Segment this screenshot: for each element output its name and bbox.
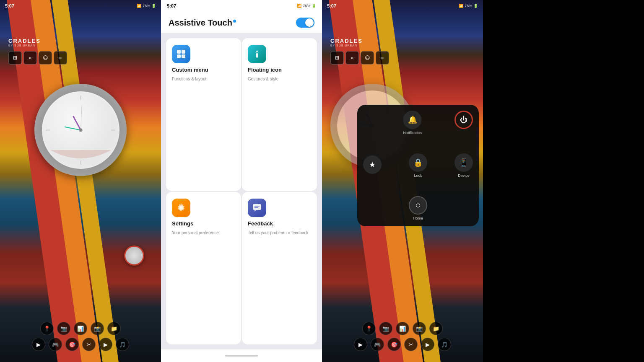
right-brand-name: CRADLES BY SUB URBAN	[330, 38, 475, 47]
menu-lock[interactable]: 🔒 Lock	[409, 153, 427, 178]
settings-title-container: Assistive Touch	[169, 18, 236, 28]
dock-icon-pin[interactable]: 📍	[40, 322, 54, 335]
right-control-btn-face[interactable]: ☹	[361, 51, 374, 65]
battery-text: 76%	[143, 4, 150, 8]
right-dock-icon-pin[interactable]: 📍	[362, 322, 376, 335]
floating-icon-subtitle: Gestures & style	[248, 76, 311, 82]
svg-rect-15	[253, 204, 261, 210]
right-battery-text: 76%	[465, 4, 472, 8]
device-label: Device	[458, 173, 470, 178]
dock-icon-play[interactable]: ▶	[32, 338, 45, 351]
dock-icon-youtube[interactable]: ▶	[99, 338, 112, 351]
settings-title-dot	[233, 20, 236, 23]
settings-grid: Custom menu Functions & layout Floating …	[161, 33, 322, 349]
settings-status-bar: 5:07 📶 76% 🔋	[161, 0, 322, 12]
right-phone-panel: 5:07 📶 76% 🔋 CRADLES BY SUB URBAN ⊞ « ☹ …	[322, 0, 483, 362]
settings-card-icon	[172, 199, 190, 217]
right-bottom-dock: 📍 📷 📊 📸 📁 ▶ 🎮 🎯 ✂ ▶ 🎵	[322, 322, 483, 354]
lock-icon: 🔒	[409, 153, 427, 172]
custom-menu-subtitle: Functions & layout	[172, 76, 235, 82]
right-dock-icon-camera[interactable]: 📷	[379, 322, 392, 335]
dock-icon-music[interactable]: 🎵	[116, 338, 129, 351]
left-bottom-dock: 📍 📷 📊 📸 📁 ▶ 🎮 🎯 ✂ ▶ 🎵	[0, 322, 161, 354]
control-buttons: ⊞ « ☹ »	[8, 51, 153, 65]
settings-battery-icon: 🔋	[312, 4, 316, 8]
settings-card-subtitle: Your personal preference	[172, 230, 235, 235]
right-dock-icon-youtube[interactable]: ▶	[421, 338, 434, 351]
feedback-card[interactable]: Feedback Tell us your problem or feedbac…	[242, 192, 317, 345]
right-status-bar: 5:07 📶 76% 🔋	[322, 0, 483, 12]
dock-icon-folder[interactable]: 📁	[107, 322, 121, 335]
clock-face-svg	[42, 91, 119, 169]
right-dock-icon-game[interactable]: 🎮	[371, 338, 384, 351]
dock-icon-game[interactable]: 🎮	[49, 338, 62, 351]
menu-power[interactable]: ⏻	[454, 111, 473, 129]
lock-label: Lock	[414, 173, 422, 178]
control-btn-forward[interactable]: »	[54, 51, 67, 65]
assistive-touch-toggle[interactable]	[296, 18, 314, 28]
right-dock-row-2: ▶ 🎮 🎯 ✂ ▶ 🎵	[326, 338, 479, 351]
left-floating-button[interactable]	[124, 246, 144, 266]
settings-battery-text: 76%	[303, 4, 310, 8]
right-control-btn-back[interactable]: «	[345, 51, 359, 65]
floating-icon-card[interactable]: Floating icon Gestures & style	[242, 38, 317, 191]
favorite-icon: ★	[363, 155, 382, 174]
feedback-card-title: Feedback	[248, 220, 311, 227]
right-dock-icon-play[interactable]: ▶	[354, 338, 367, 351]
clock-outer-ring	[34, 84, 127, 176]
menu-home[interactable]: ○ Home	[409, 196, 427, 220]
control-btn-widget[interactable]: ⊞	[8, 51, 22, 65]
settings-status-time: 5:07	[167, 3, 176, 8]
brand-name: CRADLES BY SUB URBAN	[8, 38, 153, 47]
right-dock-icon-folder[interactable]: 📁	[429, 322, 443, 335]
home-icon: ○	[409, 196, 427, 215]
device-icon: 📱	[454, 153, 473, 172]
control-btn-back[interactable]: «	[23, 51, 37, 65]
right-dock-icon-music[interactable]: 🎵	[438, 338, 451, 351]
dock-icon-camera[interactable]: 📷	[57, 322, 70, 335]
left-status-icons: 📶 76% 🔋	[137, 4, 156, 8]
custom-menu-title: Custom menu	[172, 67, 235, 73]
dock-icon-scissors[interactable]: ✂	[82, 338, 96, 351]
right-battery-icon: 🔋	[473, 4, 478, 8]
feedback-card-subtitle: Tell us your problem or feedback	[248, 230, 311, 235]
settings-card[interactable]: Settings Your personal preference	[166, 192, 241, 345]
right-dock-row-1: 📍 📷 📊 📸 📁	[326, 322, 479, 335]
floating-icon-title: Floating icon	[248, 67, 311, 73]
right-dock-icon-chart[interactable]: 📊	[396, 322, 409, 335]
dock-icon-instagram[interactable]: 📸	[91, 322, 104, 335]
toggle-thumb	[305, 18, 314, 27]
menu-notification[interactable]: 🔔 Notification	[403, 111, 422, 135]
custom-menu-icon-svg	[176, 49, 187, 59]
svg-point-8	[79, 128, 82, 132]
home-indicator	[225, 355, 258, 357]
right-status-time: 5:07	[327, 3, 336, 8]
settings-header: Assistive Touch	[161, 12, 322, 33]
settings-title: Assistive Touch	[169, 18, 232, 27]
home-label: Home	[413, 216, 423, 220]
right-dock-icon-instagram[interactable]: 📸	[413, 322, 426, 335]
control-btn-face[interactable]: ☹	[39, 51, 52, 65]
menu-device[interactable]: 📱 Device	[454, 153, 473, 178]
dock-icon-chart[interactable]: 📊	[74, 322, 87, 335]
right-control-btn-forward[interactable]: »	[376, 51, 389, 65]
svg-rect-11	[177, 54, 181, 58]
custom-menu-card[interactable]: Custom menu Functions & layout	[166, 38, 241, 191]
right-top-bar: CRADLES BY SUB URBAN ⊞ « ☹ »	[330, 38, 475, 65]
svg-marker-16	[254, 210, 257, 212]
right-dock-icon-target[interactable]: 🎯	[387, 338, 401, 351]
settings-panel: 5:07 📶 76% 🔋 Assistive Touch Cu	[161, 0, 322, 362]
battery-icon: 🔋	[151, 4, 156, 8]
right-control-btn-widget[interactable]: ⊞	[330, 51, 344, 65]
right-dock-icon-scissors[interactable]: ✂	[404, 338, 418, 351]
svg-rect-10	[182, 50, 185, 54]
menu-background: 🔔 Notification ⏻ ★ 🔒 Lock 📱 Device	[357, 105, 479, 226]
floating-icon-icon	[248, 45, 266, 63]
feedback-card-icon	[248, 199, 266, 217]
right-signal-icon: 📶	[459, 4, 463, 8]
menu-favorite[interactable]: ★	[363, 155, 382, 176]
notification-label: Notification	[403, 131, 422, 135]
settings-bottom-bar	[161, 349, 322, 362]
settings-card-icon-svg	[176, 202, 187, 213]
dock-icon-target[interactable]: 🎯	[65, 338, 79, 351]
